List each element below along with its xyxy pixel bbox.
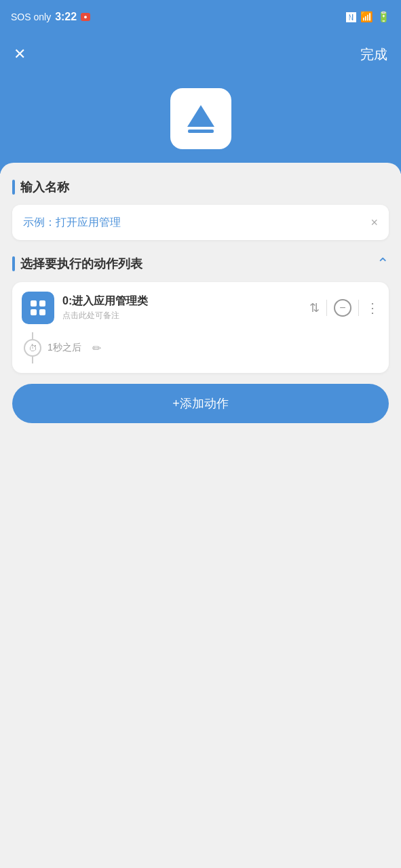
status-right: 🅽 📶 🔋 [346,11,390,23]
action-icon [22,292,54,324]
action-section-bar [12,256,15,271]
clock-icon: ⏱ [24,339,41,357]
delay-text: 1秒之后 [47,342,81,354]
grid-icon [29,299,47,317]
action-note[interactable]: 点击此处可备注 [62,310,301,321]
section-bar [12,180,15,195]
app-icon-area [0,75,401,174]
close-button[interactable]: ✕ [14,47,26,62]
divider [326,300,327,316]
collapse-button[interactable]: ⌃ [377,255,389,273]
action-controls: ⇅ − ⋮ [309,299,379,317]
delay-connector: ⏱ [24,332,41,363]
divider2 [358,300,359,316]
name-section-title: 输入名称 [20,179,69,195]
status-bar: SOS only 3:22 ● 🅽 📶 🔋 [0,0,401,34]
action-item-row: 0:进入应用管理类 点击此处可备注 ⇅ − ⋮ [22,292,379,324]
more-button[interactable]: ⋮ [366,301,379,315]
battery-icon: 🔋 [377,11,390,23]
connector-bottom-line [32,357,33,363]
action-info: 0:进入应用管理类 点击此处可备注 [62,294,301,321]
delay-row: ⏱ 1秒之后 ✏ [22,332,379,363]
icon-line [188,130,214,133]
action-name: 0:进入应用管理类 [62,294,301,309]
name-input[interactable] [23,216,370,229]
triangle-icon [187,105,214,127]
action-section-title: 选择要执行的动作列表 [20,256,142,272]
name-input-container: × [12,205,389,240]
nfc-icon: 🅽 [346,12,356,23]
sort-icon[interactable]: ⇅ [309,300,320,315]
sos-text: SOS only [11,12,51,22]
app-icon-box [170,88,231,149]
remove-button[interactable]: − [334,299,351,317]
add-action-button[interactable]: +添加动作 [12,384,389,423]
main-content: 输入名称 × 选择要执行的动作列表 ⌃ 0:进入应用管理类 点击此处可备注 ⇅ [0,163,401,773]
status-left: SOS only 3:22 ● [11,11,90,23]
edit-delay-icon[interactable]: ✏ [92,342,101,355]
action-section-title-wrapper: 选择要执行的动作列表 [12,256,142,272]
connector-top-line [32,332,33,339]
signal-icon: 📶 [360,11,373,23]
done-button[interactable]: 完成 [360,45,387,64]
header: ✕ 完成 [0,34,401,75]
clear-button[interactable]: × [370,216,378,230]
app-icon-inner [187,105,214,133]
action-item-card: 0:进入应用管理类 点击此处可备注 ⇅ − ⋮ ⏱ 1秒之后 ✏ [12,282,389,373]
status-time: 3:22 [55,11,77,23]
name-section-header: 输入名称 [12,179,389,195]
sos-badge: ● [81,13,90,21]
action-list-header: 选择要执行的动作列表 ⌃ [12,255,389,273]
